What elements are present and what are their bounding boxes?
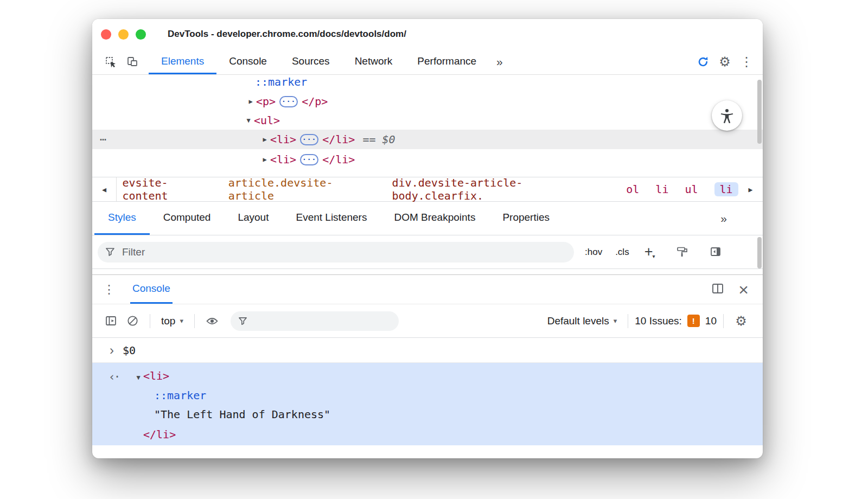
expand-inline-icon[interactable]: ··· <box>300 154 318 165</box>
gear-glyph: ⚙ <box>719 55 731 68</box>
drawer-tab-console[interactable]: Console <box>130 275 173 304</box>
close-drawer-icon[interactable]: × <box>738 281 749 298</box>
p-close-tag: </p> <box>302 95 328 108</box>
panel-tabs: Elements Console Sources Network Perform… <box>149 49 489 74</box>
tab-console-label: Console <box>229 55 267 67</box>
breadcrumb-ol[interactable]: ol <box>626 183 639 196</box>
breadcrumb-ul[interactable]: ul <box>685 183 698 196</box>
device-toolbar-icon[interactable] <box>122 49 143 74</box>
toolbar-right: ⚙ ⋮ <box>692 49 763 74</box>
expand-inline-icon[interactable]: ··· <box>279 96 298 107</box>
issues-label: 10 Issues: <box>635 315 682 327</box>
tab-event-listeners-label: Event Listeners <box>296 212 367 223</box>
tab-styles[interactable]: Styles <box>94 202 150 235</box>
minimize-window-button[interactable] <box>118 29 129 40</box>
close-window-button[interactable] <box>101 29 111 40</box>
tree-row-li-selected[interactable]: ⋯ ▶ <li> ··· </li> == $0 <box>92 130 763 149</box>
refresh-icon[interactable] <box>692 55 714 68</box>
drawer-menu-icon[interactable]: ⋮ <box>103 275 115 304</box>
new-style-rule-button[interactable]: + ▾ <box>644 245 655 259</box>
brush-icon[interactable] <box>671 246 693 258</box>
disclosure-closed-icon[interactable]: ▶ <box>259 156 270 163</box>
tab-layout-label: Layout <box>238 212 269 223</box>
customize-devtools-icon[interactable]: ⋮ <box>736 55 757 68</box>
plus-caret-icon: ▾ <box>652 253 655 259</box>
toolbar-divider <box>628 314 628 328</box>
result-li-close-tag: </li> <box>143 428 176 441</box>
result-li-open-line[interactable]: ▼<li> <box>133 369 169 382</box>
styles-filter-toolbar: :hov .cls + ▾ <box>92 235 763 269</box>
window-title: DevTools - developer.chrome.com/docs/dev… <box>168 29 406 40</box>
breadcrumb-li[interactable]: li <box>655 183 668 196</box>
toolbar-divider <box>723 314 724 328</box>
styles-panel-spacer <box>92 269 763 274</box>
clear-console-icon[interactable] <box>122 315 143 327</box>
tree-row-marker[interactable]: ::marker <box>92 75 763 92</box>
console-filter-input[interactable] <box>253 315 384 327</box>
accessibility-icon[interactable] <box>712 100 742 131</box>
inspect-element-icon[interactable] <box>100 49 122 74</box>
disclosure-closed-icon[interactable]: ▶ <box>259 136 270 143</box>
breadcrumb-article[interactable]: article.devsite-article <box>228 176 376 202</box>
log-levels-selector[interactable]: Default levels ▾ <box>543 315 622 327</box>
disclosure-open-icon[interactable]: ▼ <box>243 117 254 124</box>
marker-pseudo-element: ::marker <box>255 75 307 88</box>
tab-computed[interactable]: Computed <box>150 202 225 235</box>
breadcrumb-div-body[interactable]: div.devsite-article-body.clearfix. <box>392 176 610 202</box>
live-expression-eye-icon[interactable] <box>201 315 223 327</box>
tab-layout[interactable]: Layout <box>224 202 282 235</box>
filter-funnel-icon <box>105 247 116 257</box>
issue-badge-icon: ! <box>687 315 700 327</box>
tab-performance-label: Performance <box>417 55 476 67</box>
styles-scrollbar[interactable] <box>757 237 762 268</box>
more-tabs-icon[interactable]: » <box>489 49 510 74</box>
console-drawer-header: ⋮ Console × <box>92 274 763 304</box>
toolbar-divider <box>194 314 195 328</box>
li-open-tag: <li> <box>143 369 169 382</box>
zoom-window-button[interactable] <box>136 29 146 40</box>
row-overflow-icon[interactable]: ⋯ <box>100 133 107 146</box>
tab-console[interactable]: Console <box>216 49 279 74</box>
styles-filter-field[interactable] <box>98 242 574 263</box>
console-settings-gear-icon[interactable]: ⚙ <box>730 315 752 328</box>
expand-inline-icon[interactable]: ··· <box>300 134 318 145</box>
breadcrumb-devsite-content[interactable]: evsite-content <box>122 176 212 202</box>
tab-event-listeners[interactable]: Event Listeners <box>282 202 380 235</box>
breadcrumb-scroll-right-icon[interactable]: ▶ <box>738 177 763 201</box>
execution-context-selector[interactable]: top ▾ <box>157 315 188 327</box>
issues-counter[interactable]: 10 Issues: ! 10 <box>635 315 717 327</box>
console-filter-field[interactable] <box>231 311 399 331</box>
prompt-chevron-icon: › <box>110 343 114 358</box>
sidebar-toggle-icon[interactable] <box>705 246 726 258</box>
settings-gear-icon[interactable]: ⚙ <box>714 55 736 68</box>
tab-network[interactable]: Network <box>342 49 405 74</box>
more-sidebar-tabs-icon[interactable]: » <box>713 202 735 235</box>
tab-dom-breakpoints[interactable]: DOM Breakpoints <box>380 202 489 235</box>
breadcrumb-scroll-left-icon[interactable]: ◀ <box>92 177 117 201</box>
tab-performance[interactable]: Performance <box>405 49 489 74</box>
disclosure-open-icon[interactable]: ▼ <box>133 374 143 381</box>
console-input-echo[interactable]: › $0 <box>92 338 763 363</box>
tree-row-p[interactable]: ▶ <p> ··· </p> <box>92 92 763 111</box>
toggle-class-button[interactable]: .cls <box>615 247 629 258</box>
console-sidebar-icon[interactable] <box>100 315 122 327</box>
ul-open-tag: <ul> <box>254 114 280 127</box>
console-result-block[interactable]: ‹· ▼<li> ::marker "The Left Hand of Dark… <box>92 363 763 445</box>
toggle-hover-state-button[interactable]: :hov <box>585 247 602 258</box>
tab-sources[interactable]: Sources <box>279 49 342 74</box>
split-panel-icon[interactable] <box>711 283 724 297</box>
tab-computed-label: Computed <box>163 212 211 223</box>
tree-row-ul[interactable]: ▼ <ul> <box>92 111 763 130</box>
disclosure-closed-icon[interactable]: ▶ <box>245 98 256 105</box>
tree-row-li[interactable]: ▶ <li> ··· </li> <box>92 150 763 169</box>
tab-sources-label: Sources <box>292 55 330 67</box>
tab-properties[interactable]: Properties <box>489 202 563 235</box>
devtools-window: DevTools - developer.chrome.com/docs/dev… <box>92 19 763 458</box>
elements-scrollbar[interactable] <box>757 80 762 144</box>
breadcrumb-li-selected[interactable]: li <box>714 182 738 196</box>
styles-filter-input[interactable] <box>122 246 502 258</box>
styles-sidebar-tabs: Styles Computed Layout Event Listeners D… <box>92 202 763 235</box>
log-levels-label: Default levels <box>547 315 609 327</box>
main-toolbar: Elements Console Sources Network Perform… <box>92 49 763 75</box>
tab-elements[interactable]: Elements <box>149 49 216 74</box>
